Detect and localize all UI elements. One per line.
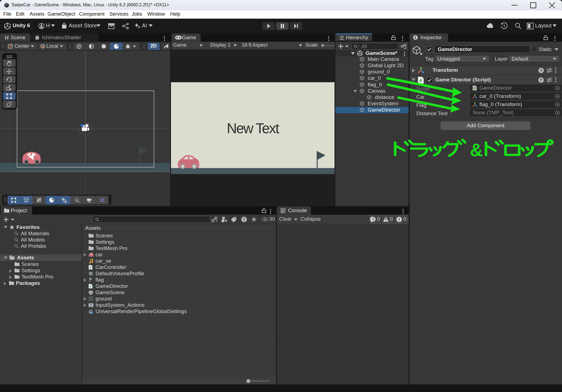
svg-text:#: # [419, 78, 422, 83]
svg-text:?: ? [540, 68, 542, 73]
svg-text:?: ? [540, 78, 542, 82]
svg-text:#: # [90, 285, 91, 288]
svg-text:#: # [90, 266, 91, 269]
svg-text:#: # [474, 86, 476, 90]
